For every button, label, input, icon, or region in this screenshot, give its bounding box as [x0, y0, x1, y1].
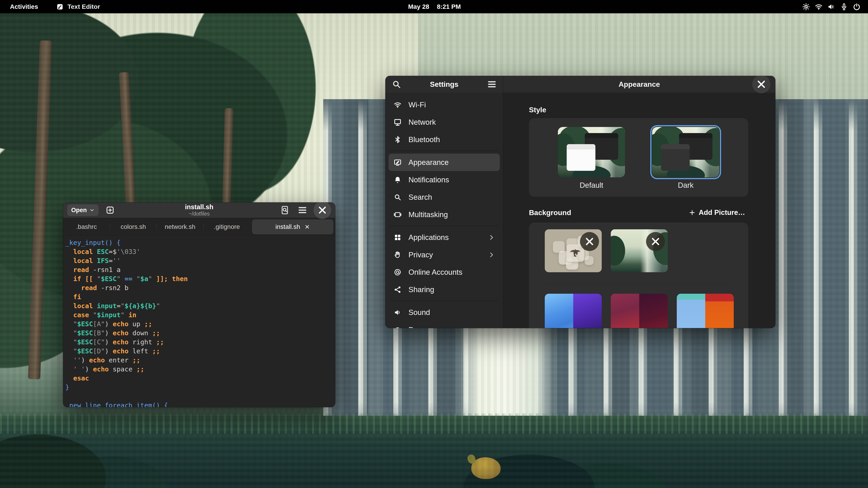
sidebar-item-wi-fi[interactable]: Wi-Fi	[389, 96, 500, 113]
sidebar-separator	[390, 301, 499, 301]
sidebar-item-notifications[interactable]: Notifications	[389, 171, 500, 188]
new-tab-button[interactable]	[103, 203, 117, 217]
sidebar-item-label: Notifications	[408, 175, 495, 184]
style-default-label: Default	[580, 181, 603, 190]
sidebar-item-applications[interactable]: Applications	[389, 229, 500, 246]
activities-button[interactable]: Activities	[7, 2, 41, 11]
system-tray[interactable]	[461, 1, 868, 12]
code-line: "$ESC[C") echo right ;;	[65, 337, 335, 347]
multitasking-icon	[394, 210, 402, 219]
open-button[interactable]: Open	[67, 204, 98, 216]
clock-button[interactable]: May 28 8:21 PM	[408, 3, 461, 10]
code-line: case "$input" in	[65, 311, 335, 320]
power-icon[interactable]	[851, 1, 862, 12]
settings-sidebar: Settings Wi-FiNetworkBluetoothAppearance…	[385, 76, 503, 328]
sidebar-item-network[interactable]: Network	[389, 113, 500, 131]
remove-wallpaper-button[interactable]	[580, 232, 599, 251]
code-line: _key_input() {	[65, 238, 335, 247]
style-option-dark[interactable]: Dark	[652, 127, 719, 190]
editor-headerbar: Open install.sh ~/dotfiles	[63, 202, 335, 218]
tab-install-sh[interactable]: install.sh	[252, 219, 333, 234]
background-card	[529, 223, 748, 328]
code-line: "$ESC[D") echo left ;;	[65, 347, 335, 356]
power-gauge-icon	[394, 326, 402, 328]
desktop: Activities Text Editor May 28 8:21 PM Op…	[0, 0, 868, 488]
sidebar-item-multitasking[interactable]: Multitasking	[389, 206, 500, 223]
sidebar-item-appearance[interactable]: Appearance	[389, 154, 500, 171]
tab-bashrc[interactable]: .bashrc	[63, 218, 110, 236]
primary-menu-icon[interactable]	[485, 78, 498, 91]
add-picture-button[interactable]: Add Picture…	[686, 207, 748, 219]
editor-tab-bar: .bashrccolors.shnetwork.sh.gitignoreinst…	[63, 218, 335, 236]
code-line: read -rsn2 b	[65, 283, 335, 292]
bell-icon	[394, 176, 402, 184]
night-light-icon[interactable]	[801, 1, 811, 12]
editor-close-button[interactable]	[313, 202, 331, 219]
sidebar-item-bluetooth[interactable]: Bluetooth	[389, 131, 500, 148]
text-editor-window: Open install.sh ~/dotfiles .bashrccolors…	[63, 202, 335, 407]
menu-icon[interactable]	[296, 203, 309, 217]
wallpaper-preset-blue-purple[interactable]	[545, 294, 602, 328]
text-editor-app-icon	[56, 3, 64, 11]
sidebar-item-sharing[interactable]: Sharing	[389, 281, 500, 298]
wifi-icon[interactable]	[813, 1, 824, 12]
top-bar: Activities Text Editor May 28 8:21 PM	[0, 0, 868, 13]
chevron-right-icon	[488, 252, 495, 258]
sidebar-item-label: Wi-Fi	[408, 101, 495, 109]
tab-close-icon[interactable]	[304, 224, 310, 230]
search-icon[interactable]	[390, 78, 403, 91]
background-section-label: Background	[529, 208, 571, 217]
volume-icon[interactable]	[826, 1, 837, 12]
code-line: }	[65, 383, 335, 392]
code-line: if [[ "$ESC" == "$a" ]]; then	[65, 274, 335, 283]
sidebar-item-search[interactable]: Search	[389, 188, 500, 206]
tab-label: network.sh	[165, 223, 195, 230]
network-icon	[394, 118, 402, 126]
focused-app-name: Text Editor	[68, 3, 100, 10]
settings-close-button[interactable]	[752, 76, 770, 93]
search-icon	[394, 193, 402, 201]
background-preset-row	[545, 294, 748, 328]
code-line: ' ') echo space ;;	[65, 365, 335, 374]
tab-label: .bashrc	[76, 223, 97, 230]
sidebar-item-power[interactable]: Power	[389, 321, 500, 328]
sidebar-item-label: Online Accounts	[408, 268, 495, 276]
style-option-default[interactable]: Default	[558, 127, 625, 190]
wallpaper-thumb-dragon[interactable]	[545, 229, 602, 272]
focused-app-indicator[interactable]: Text Editor	[56, 3, 100, 11]
tab-network-sh[interactable]: network.sh	[157, 218, 204, 236]
wallpaper-preset-blue-orange[interactable]	[677, 294, 734, 328]
wallpaper-thumb-forest[interactable]	[611, 229, 668, 272]
code-area[interactable]: _key_input() { local ESC=$'\033' local I…	[63, 236, 335, 407]
remove-wallpaper-button[interactable]	[646, 232, 665, 251]
plus-icon	[689, 209, 695, 216]
sidebar-item-online-accounts[interactable]: Online Accounts	[389, 263, 500, 281]
tab-colors-sh[interactable]: colors.sh	[110, 218, 157, 236]
sidebar-item-label: Multitasking	[408, 210, 495, 219]
editor-header-actions	[278, 202, 331, 219]
tab-gitignore[interactable]: .gitignore	[204, 218, 250, 236]
style-default-preview	[558, 127, 625, 177]
speaker-icon	[394, 308, 402, 317]
chevron-right-icon	[488, 234, 495, 241]
document-search-icon[interactable]	[278, 203, 291, 217]
sidebar-item-sound[interactable]: Sound	[389, 304, 500, 321]
style-dark-label: Dark	[678, 181, 694, 190]
document-path: ~/dotfiles	[185, 211, 213, 217]
appearance-icon	[394, 158, 402, 166]
sidebar-item-label: Network	[408, 118, 495, 127]
sidebar-item-label: Bluetooth	[408, 135, 495, 144]
style-section-label: Style	[529, 106, 748, 114]
code-line: "$ESC[B") echo down ;;	[65, 328, 335, 337]
sidebar-item-privacy[interactable]: Privacy	[389, 246, 500, 263]
style-card: Default Dark	[529, 118, 748, 197]
sidebar-separator	[390, 151, 499, 151]
panel-title: Appearance	[503, 80, 775, 89]
top-bar-left: Activities Text Editor	[0, 2, 408, 11]
wallpaper-preset-maroon-red[interactable]	[611, 294, 668, 328]
code-line: esac	[65, 374, 335, 383]
code-line: read -rsn1 a	[65, 265, 335, 274]
settings-main-panel: Appearance Style Default	[503, 76, 775, 328]
code-line: "$ESC[A") echo up ;;	[65, 320, 335, 328]
microphone-icon[interactable]	[839, 1, 849, 12]
